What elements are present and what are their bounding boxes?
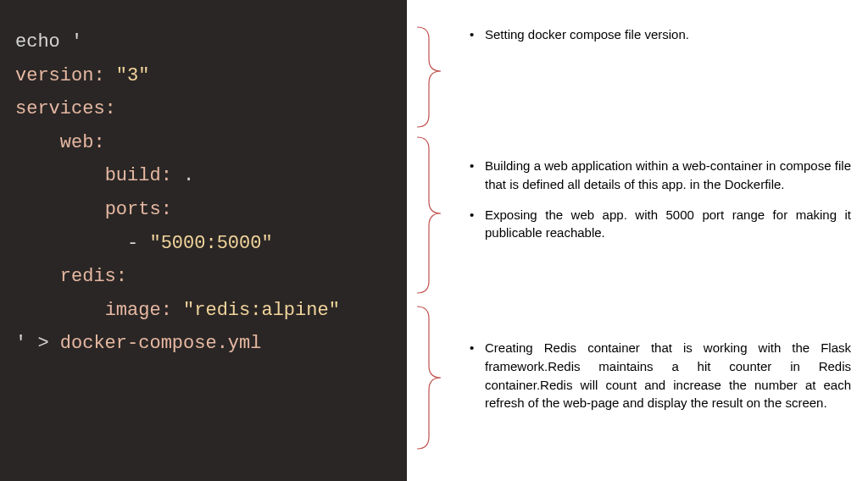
token-version-val: "3" bbox=[105, 65, 150, 86]
token-open-quote: ' bbox=[60, 31, 82, 53]
bracket-1 bbox=[417, 27, 441, 127]
annotation-group-1: Setting docker compose file version. bbox=[468, 25, 851, 56]
code-line-2: version: "3" bbox=[15, 59, 392, 93]
code-line-7: - "5000:5000" bbox=[15, 227, 392, 261]
code-line-1: echo ' bbox=[15, 25, 392, 59]
token-services-key: services: bbox=[15, 98, 116, 119]
code-line-4: web: bbox=[15, 126, 392, 160]
token-image-key: image: bbox=[105, 300, 172, 321]
bracket-3 bbox=[417, 307, 441, 449]
annotation-item: Creating Redis container that is working… bbox=[468, 339, 851, 412]
token-redis-key: redis: bbox=[60, 266, 127, 287]
code-line-3: services: bbox=[15, 92, 392, 126]
annotation-item: Setting docker compose file version. bbox=[468, 25, 851, 44]
token-redirect-op: > bbox=[26, 333, 60, 354]
code-line-5: build: . bbox=[15, 159, 392, 193]
code-line-9: image: "redis:alpine" bbox=[15, 294, 392, 328]
token-filename: docker-compose.yml bbox=[60, 333, 262, 354]
code-line-6: ports: bbox=[15, 193, 392, 227]
token-build-val: . bbox=[172, 165, 194, 186]
annotation-group-3: Creating Redis container that is working… bbox=[468, 339, 851, 424]
code-pane: echo ' version: "3" services: web: build… bbox=[0, 0, 407, 481]
code-line-8: redis: bbox=[15, 260, 392, 294]
token-ports-dash: - bbox=[127, 233, 149, 254]
bracket-svg bbox=[407, 0, 458, 481]
annotation-pane: Setting docker compose file version. Bui… bbox=[407, 0, 868, 481]
token-ports-key: ports: bbox=[105, 199, 172, 220]
bracket-2 bbox=[417, 137, 441, 293]
token-image-val: "redis:alpine" bbox=[172, 300, 340, 321]
token-version-key: version: bbox=[15, 65, 105, 86]
annotation-group-2: Building a web application within a web-… bbox=[468, 157, 851, 254]
token-close-quote: ' bbox=[15, 333, 26, 354]
annotation-item: Exposing the web app. with 5000 port ran… bbox=[468, 206, 851, 243]
token-ports-val: "5000:5000" bbox=[149, 233, 272, 254]
annotation-item: Building a web application within a web-… bbox=[468, 157, 851, 194]
code-line-10: ' > docker-compose.yml bbox=[15, 327, 392, 361]
token-echo: echo bbox=[15, 31, 60, 53]
token-web-key: web: bbox=[60, 132, 105, 153]
token-build-key: build: bbox=[105, 165, 172, 186]
